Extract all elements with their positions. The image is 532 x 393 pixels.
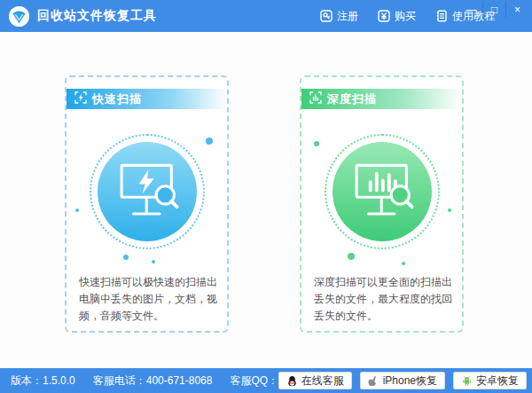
statusbar-buttons: 在线客服 iPhone恢复 bbox=[278, 372, 527, 389]
deep-scan-title: 深度扫描 bbox=[327, 91, 377, 107]
minimize-button[interactable]: — bbox=[460, 2, 482, 18]
decor-dot bbox=[123, 255, 129, 260]
online-service-label: 在线客服 bbox=[301, 373, 344, 389]
version-label: 版本：1.5.0.0 bbox=[11, 373, 75, 389]
quick-scan-illustration bbox=[90, 134, 205, 249]
app-title: 回收站文件恢复工具 bbox=[37, 8, 157, 24]
register-label: 注册 bbox=[337, 9, 358, 24]
quick-scan-header: 快速扫描 bbox=[66, 89, 227, 109]
lightning-scan-icon bbox=[74, 91, 87, 106]
tutorial-doc-icon bbox=[435, 10, 448, 22]
iphone-recovery-button[interactable]: iPhone恢复 bbox=[360, 372, 445, 389]
deep-scan-header: 深度扫描 bbox=[301, 89, 462, 109]
service-phone-label: 客服电话：400-671-8068 bbox=[93, 373, 213, 389]
decor-dot bbox=[314, 141, 319, 146]
register-button[interactable]: 注册 bbox=[320, 9, 358, 24]
quick-scan-card[interactable]: 快速扫描 快速扫描可以极快速的扫描出电脑中丢失的图片，文档，视频，音频等文件。 bbox=[65, 75, 229, 333]
maximize-button[interactable]: □ bbox=[482, 2, 505, 18]
deep-scan-card[interactable]: 深度扫描 深度扫描可以更全面的扫描出丢失的文件，最大程度的找回丢失的文件。 bbox=[300, 75, 464, 333]
buy-label: 购买 bbox=[395, 9, 416, 24]
android-recovery-button[interactable]: 安卓恢复 bbox=[453, 372, 527, 389]
quick-scan-title: 快速扫描 bbox=[92, 91, 142, 107]
apple-icon bbox=[368, 375, 379, 387]
window-controls: — □ × bbox=[460, 2, 528, 18]
decor-dot bbox=[402, 262, 405, 265]
monitor-lightning-magnifier-icon bbox=[98, 142, 197, 241]
statusbar: 版本：1.5.0.0 客服电话：400-671-8068 客服QQ：400 67… bbox=[0, 368, 532, 393]
register-key-icon bbox=[320, 10, 332, 22]
iphone-recovery-label: iPhone恢复 bbox=[383, 373, 437, 389]
app-logo-icon bbox=[8, 5, 30, 28]
buy-button[interactable]: 购买 bbox=[378, 9, 416, 24]
decor-dot bbox=[348, 253, 355, 260]
app-window: 回收站文件恢复工具 注册 bbox=[0, 0, 532, 393]
decor-dot bbox=[152, 260, 155, 263]
monitor-bars-magnifier-icon bbox=[332, 142, 432, 241]
buy-yen-icon bbox=[378, 10, 390, 22]
titlebar: 回收站文件恢复工具 注册 bbox=[0, 0, 532, 32]
decor-dot bbox=[448, 208, 451, 212]
bars-scan-icon bbox=[309, 91, 322, 106]
android-recovery-label: 安卓恢复 bbox=[476, 373, 519, 389]
decor-dot bbox=[75, 208, 79, 212]
decor-dot bbox=[206, 138, 213, 145]
android-icon bbox=[461, 375, 473, 387]
online-service-button[interactable]: 在线客服 bbox=[278, 372, 352, 389]
close-button[interactable]: × bbox=[505, 2, 528, 18]
deep-scan-description: 深度扫描可以更全面的扫描出丢失的文件，最大程度的找回丢失的文件。 bbox=[314, 274, 455, 326]
quick-scan-description: 快速扫描可以极快速的扫描出电脑中丢失的图片，文档，视频，音频等文件。 bbox=[79, 274, 220, 326]
qq-icon bbox=[286, 375, 298, 387]
deep-scan-illustration bbox=[325, 134, 440, 249]
